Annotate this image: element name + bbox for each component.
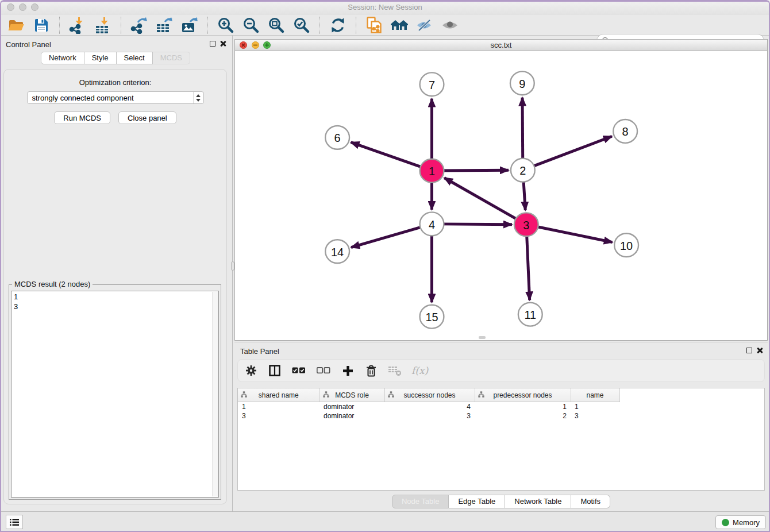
node-table-grid[interactable]: shared nameMCDS rolesuccessor nodesprede… <box>238 388 620 421</box>
table-tab-node-table[interactable]: Node Table <box>392 495 449 508</box>
column-header-successor-nodes[interactable]: successor nodes <box>384 388 475 402</box>
close-panel-button[interactable]: Close panel <box>118 111 176 124</box>
graph-edge-3-10[interactable] <box>526 225 613 242</box>
import-table-icon[interactable] <box>93 16 113 34</box>
table-cell[interactable]: 1 <box>238 402 319 412</box>
result-scrollbar[interactable] <box>212 292 218 496</box>
function-builder-icon[interactable]: f(x) <box>411 365 428 376</box>
export-image-icon[interactable] <box>180 16 199 34</box>
float-table-panel-icon[interactable] <box>746 348 752 353</box>
graph-node-label: 6 <box>334 132 341 144</box>
table-row[interactable]: 1dominator411 <box>238 402 619 412</box>
task-history-button[interactable] <box>6 515 23 529</box>
column-header-shared-name[interactable]: shared name <box>238 388 319 402</box>
float-panel-icon[interactable] <box>210 41 215 47</box>
network-view-window: scc.txt 7968124314101511 <box>234 39 768 341</box>
table-tab-network-table[interactable]: Network Table <box>505 495 571 508</box>
table-panel-title: Table Panel <box>240 347 279 356</box>
delete-table-icon[interactable] <box>388 364 402 377</box>
graph-node-label: 11 <box>524 309 536 321</box>
zoom-in-icon[interactable] <box>216 16 236 34</box>
mcds-panel: Optimization criterion: strongly connect… <box>3 69 227 504</box>
table-cell[interactable]: 2 <box>475 411 571 421</box>
toolbar-separator <box>207 17 208 34</box>
table-row[interactable]: 3dominator323 <box>238 411 619 421</box>
save-session-icon[interactable] <box>32 16 51 34</box>
graph-edge-2-8[interactable] <box>523 136 612 170</box>
refresh-icon[interactable] <box>328 16 348 34</box>
tab-network[interactable]: Network <box>41 52 84 64</box>
network-window-titlebar[interactable]: scc.txt <box>235 40 767 51</box>
graph-edge-1-6[interactable] <box>351 142 432 171</box>
memory-button[interactable]: Memory <box>715 515 766 529</box>
table-settings-icon[interactable] <box>244 364 258 377</box>
show-details-icon[interactable] <box>440 16 460 34</box>
select-all-columns-icon[interactable] <box>291 364 306 377</box>
window-minimize-button[interactable] <box>19 3 26 11</box>
network-minimize-button[interactable] <box>252 41 259 49</box>
table-cell[interactable]: 3 <box>571 411 619 421</box>
table-cell[interactable]: 3 <box>238 411 319 421</box>
table-cell[interactable]: dominator <box>319 402 384 412</box>
node-table[interactable]: shared nameMCDS rolesuccessor nodesprede… <box>237 388 765 491</box>
export-table-icon[interactable] <box>155 16 174 34</box>
main-titlebar: Session: New Session <box>0 0 770 16</box>
table-panel: Table Panel f(x) shared nameMCDS rolesuc… <box>234 342 768 512</box>
mcds-result-list[interactable]: 13 <box>11 291 219 498</box>
clone-network-icon[interactable] <box>364 16 384 34</box>
network-window-title: scc.txt <box>235 40 767 51</box>
zoom-selected-icon[interactable] <box>292 16 311 34</box>
control-panel-title: Control Panel <box>6 40 51 49</box>
hide-details-icon[interactable] <box>415 16 434 34</box>
close-table-panel-icon[interactable] <box>756 347 763 354</box>
graph-node-label: 15 <box>425 311 438 323</box>
close-panel-icon[interactable] <box>220 40 226 47</box>
window-zoom-button[interactable] <box>31 3 38 11</box>
table-cell[interactable]: 1 <box>475 402 571 412</box>
control-panel-tabs: NetworkStyleSelectMCDS <box>0 52 231 64</box>
tab-style[interactable]: Style <box>84 52 117 64</box>
import-network-icon[interactable] <box>68 16 87 34</box>
table-tab-motifs[interactable]: Motifs <box>571 495 610 508</box>
table-tab-edge-table[interactable]: Edge Table <box>449 495 505 508</box>
column-header-predecessor-nodes[interactable]: predecessor nodes <box>475 388 571 402</box>
window-close-button[interactable] <box>7 3 14 11</box>
open-session-icon[interactable] <box>6 16 26 34</box>
network-canvas[interactable]: 7968124314101511 <box>235 51 767 340</box>
mcds-result-item: 3 <box>14 302 216 311</box>
mcds-result-item: 1 <box>14 292 216 302</box>
table-panel-tabs: Node TableEdge TableNetwork TableMotifs <box>234 495 768 508</box>
criterion-select[interactable]: strongly connected component <box>27 91 204 104</box>
zoom-fit-icon[interactable] <box>267 16 286 34</box>
table-cell[interactable]: 1 <box>571 402 619 412</box>
run-mcds-button[interactable]: Run MCDS <box>54 111 110 124</box>
export-network-icon[interactable] <box>129 16 149 34</box>
select-stepper-icon <box>193 92 203 103</box>
add-column-icon[interactable] <box>341 364 355 377</box>
optimization-label: Optimization criterion: <box>4 78 226 87</box>
network-close-button[interactable] <box>240 41 247 49</box>
application-window: Session: New Session Control Panel <box>0 0 770 532</box>
graph-node-label: 2 <box>519 164 526 177</box>
table-cell[interactable]: 3 <box>384 411 475 421</box>
unselect-all-columns-icon[interactable] <box>316 364 331 377</box>
network-zoom-button[interactable] <box>263 41 271 49</box>
graph-node-label: 14 <box>331 246 344 259</box>
column-header-name[interactable]: name <box>571 388 619 402</box>
zoom-out-icon[interactable] <box>241 16 261 34</box>
mcds-result-group: MCDS result (2 nodes) 13 <box>9 284 221 500</box>
show-column-panel-icon[interactable] <box>268 364 282 377</box>
memory-status-icon <box>722 519 729 526</box>
graph-edge-3-1[interactable] <box>444 178 526 224</box>
network-home-icon[interactable] <box>390 16 409 34</box>
tab-mcds[interactable]: MCDS <box>153 52 190 64</box>
network-graph[interactable]: 7968124314101511 <box>235 51 767 340</box>
graph-hscrollbar-thumb[interactable] <box>479 336 486 339</box>
table-cell[interactable]: dominator <box>319 411 384 421</box>
column-header-mcds-role[interactable]: MCDS role <box>319 388 384 402</box>
table-cell[interactable]: 4 <box>384 402 475 412</box>
delete-column-icon[interactable] <box>364 364 378 377</box>
graph-node-label: 7 <box>429 79 435 91</box>
tab-select[interactable]: Select <box>117 52 153 64</box>
graph-node-label: 9 <box>519 78 525 90</box>
